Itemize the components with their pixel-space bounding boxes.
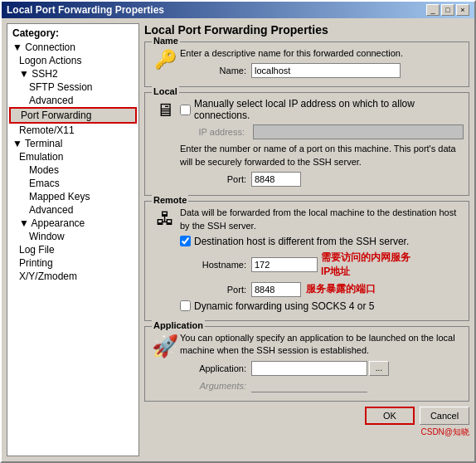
application-input-row: Application: ... — [180, 361, 464, 376]
browse-button[interactable]: ... — [369, 361, 389, 376]
remote-port-row: Port: 服务暴露的端口 — [180, 282, 464, 297]
ok-button[interactable]: OK — [365, 407, 415, 425]
remote-section-label: Remote — [152, 195, 188, 205]
annotation-ip: IP地址 — [321, 265, 410, 279]
sidebar-item-window[interactable]: Window — [9, 230, 137, 243]
dest-checkbox-row: Destination host is different from the S… — [180, 236, 464, 247]
remote-port-label: Port: — [180, 285, 246, 295]
local-section-text: Manually select local IP address on whic… — [180, 98, 464, 190]
source-text: CSDN@知晓 — [421, 427, 470, 436]
titlebar: Local Port Forwarding Properties _ □ × — [2, 2, 474, 18]
annotation-intranet: 需要访问的内网服务 — [321, 251, 410, 265]
sidebar-item-remote-x11[interactable]: Remote/X11 — [9, 124, 137, 137]
name-label: Name: — [180, 66, 246, 76]
computer-icon: 🖥 — [156, 100, 174, 121]
sidebar-item-mapped-keys[interactable]: Mapped Keys — [9, 190, 137, 203]
local-section-label: Local — [152, 86, 179, 96]
rocket-icon: 🚀 — [152, 334, 178, 359]
args-label: Arguments: — [180, 381, 246, 391]
remote-section-content: 🖧 Data will be forwarded from the local … — [150, 207, 464, 315]
sidebar-item-connection[interactable]: ▼ Connection — [9, 41, 137, 54]
sidebar-item-modes[interactable]: Modes — [9, 163, 137, 177]
remote-port-input[interactable] — [251, 282, 301, 297]
sidebar-item-port-forwarding[interactable]: Port Forwarding — [9, 107, 137, 124]
application-section-text: You can optionally specify an applicatio… — [180, 332, 464, 396]
name-description: Enter a descriptive name for this forwar… — [180, 47, 464, 60]
name-section-label: Name — [152, 36, 180, 46]
ip-address-label: IP address: — [187, 127, 245, 137]
bottom-buttons: OK Cancel — [144, 407, 469, 425]
name-section-content: 🔑 Enter a descriptive name for this forw… — [150, 47, 464, 81]
dynamic-checkbox-row: Dynamic forwarding using SOCKS 4 or 5 — [180, 300, 464, 312]
panel-title: Local Port Forwarding Properties — [144, 23, 469, 37]
main-window: Local Port Forwarding Properties _ □ × C… — [0, 0, 476, 463]
name-input-row: Name: — [180, 63, 464, 78]
category-sidebar: Category: ▼ Connection Logon Actions ▼ S… — [7, 23, 139, 456]
close-button[interactable]: × — [456, 4, 469, 16]
application-input[interactable] — [251, 361, 367, 376]
window-title: Local Port Forwarding Properties — [7, 4, 164, 16]
application-section-label: Application — [152, 320, 205, 330]
cancel-button[interactable]: Cancel — [420, 407, 469, 425]
sidebar-item-xyz-modem[interactable]: X/Y/Zmodem — [9, 270, 137, 283]
sidebar-item-log-file[interactable]: Log File — [9, 243, 137, 256]
sidebar-item-advanced-ssh[interactable]: Advanced — [9, 94, 137, 107]
hostname-label: Hostname: — [180, 260, 246, 270]
local-section-content: 🖥 Manually select local IP address on wh… — [150, 98, 464, 190]
application-description: You can optionally specify an applicatio… — [180, 332, 464, 358]
application-section-content: 🚀 You can optionally specify an applicat… — [150, 332, 464, 396]
main-content: Category: ▼ Connection Logon Actions ▼ S… — [2, 18, 474, 461]
local-icon-area: 🖥 — [150, 98, 180, 121]
local-section: Local 🖥 Manually select local IP address… — [144, 92, 469, 196]
sidebar-item-ssh2[interactable]: ▼ SSH2 — [9, 67, 137, 80]
name-input[interactable] — [251, 63, 401, 78]
sidebar-item-emulation[interactable]: Emulation — [9, 150, 137, 163]
args-display — [251, 379, 367, 392]
ip-address-input-disabled — [253, 124, 464, 139]
remote-section: Remote 🖧 Data will be forwarded from the… — [144, 201, 469, 321]
local-port-input[interactable] — [251, 172, 301, 187]
port-description: Enter the number or name of a port on th… — [180, 143, 464, 168]
titlebar-buttons: _ □ × — [426, 4, 469, 16]
key-icon: 🔑 — [154, 49, 177, 71]
local-ip-checkbox-label: Manually select local IP address on whic… — [194, 98, 464, 121]
dynamic-checkbox[interactable] — [180, 300, 191, 311]
name-section-text: Enter a descriptive name for this forwar… — [180, 47, 464, 81]
dest-checkbox-label: Destination host is different from the S… — [194, 236, 409, 247]
ip-address-row: IP address: — [187, 124, 464, 139]
name-icon-area: 🔑 — [150, 47, 180, 71]
local-port-row: Port: — [180, 172, 464, 187]
sidebar-item-advanced-term[interactable]: Advanced — [9, 203, 137, 217]
application-section: Application 🚀 You can optionally specify… — [144, 326, 469, 402]
hostname-input[interactable] — [251, 257, 318, 272]
remote-icon-area: 🖧 — [150, 207, 180, 230]
application-icon-area: 🚀 — [150, 332, 180, 359]
sidebar-item-printing[interactable]: Printing — [9, 256, 137, 270]
annotation-port: 服务暴露的端口 — [306, 282, 376, 296]
dest-checkbox[interactable] — [180, 236, 191, 246]
app-label: Application: — [180, 363, 246, 373]
sidebar-title: Category: — [9, 26, 137, 41]
local-port-label: Port: — [180, 174, 246, 184]
server-icon: 🖧 — [156, 208, 174, 230]
name-section: Name 🔑 Enter a descriptive name for this… — [144, 41, 469, 87]
dynamic-checkbox-label: Dynamic forwarding using SOCKS 4 or 5 — [194, 300, 374, 312]
remote-description: Data will be forwarded from the local ma… — [180, 207, 464, 232]
sidebar-item-terminal[interactable]: ▼ Terminal — [9, 137, 137, 150]
minimize-button[interactable]: _ — [426, 4, 440, 16]
local-ip-checkbox-row: Manually select local IP address on whic… — [180, 98, 464, 121]
remote-section-text: Data will be forwarded from the local ma… — [180, 207, 464, 315]
sidebar-item-appearance[interactable]: ▼ Appearance — [9, 217, 137, 230]
hostname-row: Hostname: 需要访问的内网服务 IP地址 — [180, 251, 464, 279]
maximize-button[interactable]: □ — [441, 4, 454, 16]
local-ip-checkbox[interactable] — [180, 105, 191, 115]
sidebar-item-sftp-session[interactable]: SFTP Session — [9, 80, 137, 94]
sidebar-item-logon-actions[interactable]: Logon Actions — [9, 54, 137, 67]
sidebar-item-emacs[interactable]: Emacs — [9, 177, 137, 190]
source-annotation: CSDN@知晓 — [144, 426, 469, 438]
arguments-row: Arguments: — [180, 379, 464, 392]
right-panel: Local Port Forwarding Properties Name 🔑 … — [144, 23, 469, 456]
